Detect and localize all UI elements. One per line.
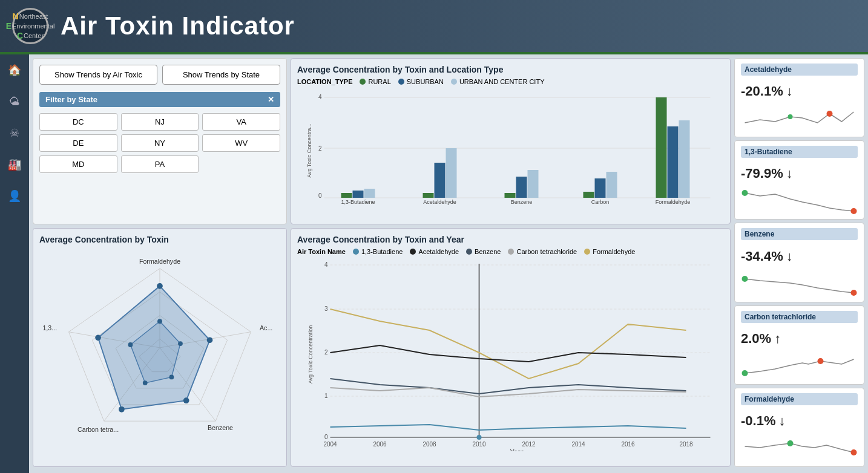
state-pa[interactable]: PA	[121, 155, 199, 173]
svg-text:Acetaldehyde: Acetaldehyde	[423, 199, 456, 205]
svg-point-57	[169, 375, 174, 380]
svg-point-34	[851, 290, 857, 296]
legend-urban-label: URBAN AND CENTER CITY	[459, 78, 545, 85]
svg-rect-17	[528, 170, 539, 198]
svg-point-55	[157, 319, 162, 324]
main-content: Show Trends by Air Toxic Show Trends by …	[29, 54, 868, 473]
svg-point-32	[851, 208, 857, 214]
svg-text:2012: 2012	[522, 441, 536, 448]
svg-text:4: 4	[324, 261, 328, 268]
svg-rect-16	[516, 177, 527, 198]
svg-text:2004: 2004	[323, 441, 337, 448]
svg-text:2018: 2018	[679, 441, 693, 448]
svg-text:Benzene: Benzene	[511, 199, 533, 205]
svg-point-35	[742, 370, 748, 376]
svg-text:2006: 2006	[373, 441, 387, 448]
legend-formaldehyde-line: Formaldehyde	[584, 248, 635, 255]
sidebar-user-icon[interactable]: 👤	[5, 186, 24, 206]
sidebar-weather-icon[interactable]: 🌤	[5, 92, 24, 111]
filter-state-label: Filter by State	[45, 95, 97, 104]
legend-acetaldehyde: Acetaldehyde	[410, 248, 459, 255]
logo-n: N	[13, 11, 19, 21]
sidebar-home-icon[interactable]: 🏠	[5, 60, 24, 80]
sidebar-hazard-icon[interactable]: ☠	[5, 123, 24, 143]
trend-card-acetaldehyde-value: -20.1% ↓	[741, 83, 858, 99]
trend-card-acetaldehyde-title: Acetaldehyde	[741, 64, 858, 76]
bar-chart-legend: LOCATION_TYPE RURAL SUBURBAN URBAN AND C…	[297, 78, 724, 85]
svg-rect-7	[341, 193, 352, 198]
logo-org2: Environmental	[12, 22, 54, 31]
svg-text:tetrachloride: tetrachloride	[585, 204, 616, 205]
state-de[interactable]: DE	[39, 134, 117, 152]
legend-rural: RURAL	[360, 78, 390, 85]
logo-e: E	[6, 21, 12, 31]
filter-panel: Show Trends by Air Toxic Show Trends by …	[33, 58, 287, 224]
svg-rect-9	[364, 189, 375, 198]
line-chart-title: Average Concentration by Toxin and Year	[297, 235, 724, 244]
state-wv[interactable]: WV	[202, 134, 280, 152]
state-dc[interactable]: DC	[39, 113, 117, 131]
state-ny[interactable]: NY	[121, 134, 199, 152]
trend-card-benzene-chart	[741, 270, 858, 297]
sidebar-industry-icon[interactable]: 🏭	[5, 155, 24, 174]
logo-org1: Northeast	[19, 13, 48, 21]
svg-text:1,3-Butadiene: 1,3-Butadiene	[341, 199, 375, 205]
svg-text:1: 1	[324, 393, 328, 399]
svg-point-36	[818, 358, 824, 364]
bar-chart-panel: Average Concentration by Toxin and Locat…	[291, 58, 731, 224]
svg-text:Formaldehyde: Formaldehyde	[139, 258, 180, 265]
svg-rect-11	[423, 193, 434, 198]
trend-buttons: Show Trends by Air Toxic Show Trends by …	[39, 65, 280, 85]
show-trends-air-toxic-button[interactable]: Show Trends by Air Toxic	[39, 65, 157, 85]
svg-point-29	[827, 111, 833, 117]
svg-text:2010: 2010	[472, 441, 486, 448]
trend-card-acetaldehyde: Acetaldehyde -20.1% ↓	[734, 58, 864, 137]
svg-point-58	[143, 380, 148, 385]
state-va[interactable]: VA	[202, 113, 280, 131]
show-trends-state-button[interactable]: Show Trends by State	[162, 65, 280, 85]
legend-carbon-line: Carbon tetrachloride	[508, 248, 577, 255]
svg-text:2016: 2016	[621, 441, 635, 448]
svg-text:Formaldehyde: Formaldehyde	[656, 199, 691, 205]
radar-chart-panel: Average Concentration by Toxin	[33, 228, 287, 467]
state-md[interactable]: MD	[39, 155, 117, 173]
state-nj[interactable]: NJ	[121, 113, 199, 131]
trend-card-formaldehyde-title: Formaldehyde	[741, 393, 858, 405]
svg-rect-25	[668, 126, 679, 198]
svg-text:2008: 2008	[422, 441, 436, 448]
legend-rural-label: RURAL	[368, 78, 390, 85]
logo-c: C	[17, 31, 23, 41]
svg-point-49	[157, 283, 163, 289]
trend-card-formaldehyde-chart	[741, 434, 858, 462]
svg-rect-15	[505, 193, 516, 198]
line-legend-label: Air Toxin Name	[297, 248, 346, 255]
svg-point-86	[477, 435, 482, 440]
svg-rect-19	[584, 192, 594, 198]
svg-point-59	[128, 342, 133, 347]
legend-suburban-label: SUBURBAN	[407, 78, 444, 85]
trend-card-benzene-title: Benzene	[741, 228, 858, 240]
svg-text:0: 0	[318, 192, 322, 199]
svg-rect-12	[435, 163, 446, 198]
svg-rect-20	[595, 178, 606, 198]
svg-rect-8	[353, 191, 364, 198]
trend-card-butadiene: 1,3-Butadiene -79.9% ↓	[734, 140, 864, 220]
filter-state-header: Filter by State ✕	[39, 92, 280, 107]
trend-cards: Acetaldehyde -20.1% ↓ 1,3-Butadiene -79.…	[734, 58, 864, 467]
filter-clear-icon[interactable]: ✕	[268, 95, 274, 104]
svg-text:Year: Year	[510, 448, 524, 451]
line-chart-svg: 4 3 2 1 0 Avg Toxic Concentration 2004 2…	[297, 258, 724, 451]
svg-text:3: 3	[324, 305, 328, 312]
svg-text:4: 4	[318, 94, 322, 100]
trend-card-butadiene-chart	[741, 187, 858, 214]
radar-chart-title: Average Concentration by Toxin	[39, 235, 280, 244]
svg-rect-13	[446, 148, 457, 198]
line-chart-panel: Average Concentration by Toxin and Year …	[291, 228, 731, 467]
line-chart-legend: Air Toxin Name 1,3-Butadiene Acetaldehyd…	[297, 248, 724, 255]
trend-card-carbon: Carbon tetrachloride 2.0% ↑	[734, 305, 864, 385]
legend-benzene-line: Benzene	[466, 248, 501, 255]
bar-chart-svg: 4 2 0 Avg Toxic Concentra... 1,3-Butadie…	[297, 90, 724, 205]
legend-urban: URBAN AND CENTER CITY	[451, 78, 545, 85]
svg-text:Avg Toxic Concentration: Avg Toxic Concentration	[307, 325, 314, 384]
svg-rect-21	[607, 172, 617, 198]
